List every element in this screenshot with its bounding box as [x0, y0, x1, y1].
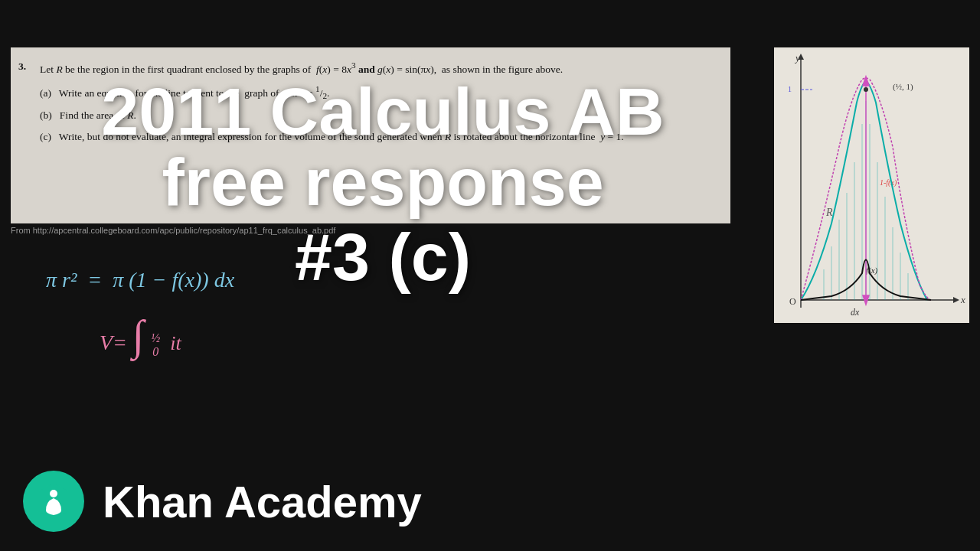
graph-area: y x O (½, 1) dx R f(x) 1-f(x): [774, 47, 969, 323]
svg-point-33: [50, 490, 57, 497]
branding-bar: Khan Academy: [0, 452, 980, 551]
svg-text:x: x: [960, 294, 965, 305]
title-line2: free response: [0, 147, 766, 217]
svg-text:1: 1: [788, 85, 792, 93]
svg-text:f(x): f(x): [866, 266, 878, 276]
svg-text:(½, 1): (½, 1): [893, 82, 913, 92]
svg-text:y: y: [794, 52, 800, 64]
svg-point-29: [864, 87, 868, 92]
svg-text:R: R: [825, 207, 833, 218]
title-line3: #3 (c): [0, 218, 766, 296]
khan-academy-logo: [23, 471, 84, 532]
math-equation-2: V= ∫ ½ 0 it: [100, 314, 181, 359]
svg-text:1-f(x): 1-f(x): [880, 178, 897, 187]
khan-academy-name: Khan Academy: [103, 476, 422, 527]
title-overlay: 2011 Calculus AB free response #3 (c): [0, 77, 766, 296]
svg-text:O: O: [789, 296, 796, 307]
ka-logo-svg: [34, 481, 74, 521]
thumbnail: 3. Let R be the region in the first quad…: [0, 0, 980, 551]
problem-number: 3.: [18, 58, 26, 75]
title-line1: 2011 Calculus AB: [0, 77, 766, 147]
graph-svg: y x O (½, 1) dx R f(x) 1-f(x): [774, 47, 969, 323]
svg-text:dx: dx: [851, 307, 860, 318]
